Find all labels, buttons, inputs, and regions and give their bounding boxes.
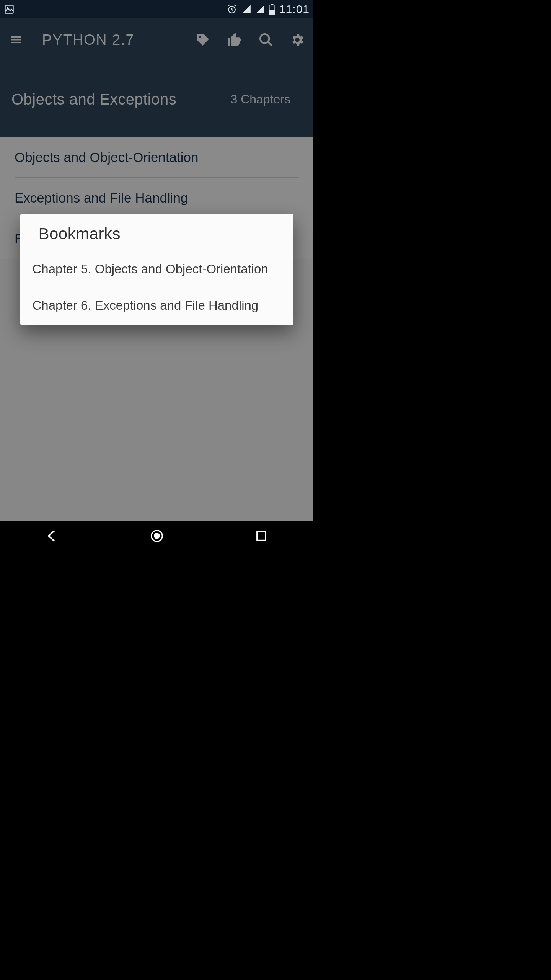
app-body: PYTHON 2.7 [0,18,313,521]
signal-icon [241,4,251,14]
home-button[interactable] [134,524,180,547]
alarm-icon [226,3,238,15]
bookmark-item[interactable]: Chapter 5. Objects and Object-Orientatio… [20,251,293,287]
status-time: 11:01 [279,3,310,16]
bookmark-item[interactable]: Chapter 6. Exceptions and File Handling [20,287,293,323]
picture-icon [4,4,15,15]
back-button[interactable] [29,524,75,547]
dialog-title: Bookmarks [20,214,293,251]
status-left-group [4,4,15,15]
svg-point-17 [154,534,159,539]
svg-rect-9 [269,10,275,15]
back-icon [45,528,60,544]
system-nav-bar [0,521,313,551]
svg-line-6 [234,5,236,6]
recents-button[interactable] [238,524,284,547]
status-bar: 11:01 [0,0,313,18]
bookmarks-dialog: Bookmarks Chapter 5. Objects and Object-… [20,214,293,325]
modal-scrim[interactable]: Bookmarks Chapter 5. Objects and Object-… [0,18,313,521]
svg-line-5 [228,5,230,6]
recents-icon [255,529,268,542]
svg-rect-18 [257,532,266,541]
svg-line-4 [232,10,233,11]
home-icon [150,529,164,543]
battery-icon [269,4,275,15]
svg-point-1 [7,7,8,8]
signal-icon [255,4,265,14]
status-right-group: 11:01 [226,3,310,16]
